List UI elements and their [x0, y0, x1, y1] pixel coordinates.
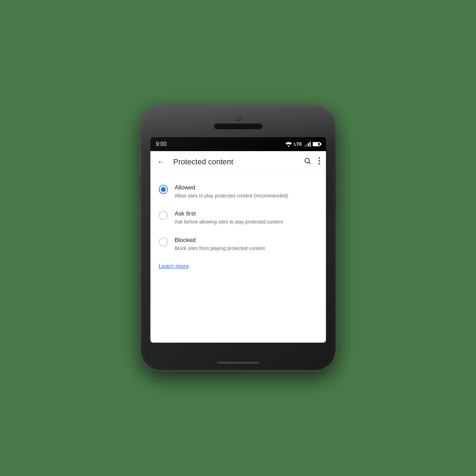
- radio-outer-ask-first: [159, 211, 168, 220]
- svg-point-5: [318, 163, 320, 164]
- option-text-blocked: Blocked Block sites from playing protect…: [175, 237, 318, 252]
- home-indicator: [217, 362, 259, 364]
- battery-fill: [313, 143, 318, 146]
- search-icon: [304, 157, 311, 165]
- page-title: Protected content: [173, 157, 304, 166]
- search-button[interactable]: [304, 157, 311, 166]
- learn-more-link[interactable]: Learn more: [150, 257, 326, 275]
- option-label-ask-first: Ask first: [175, 210, 318, 217]
- svg-point-4: [318, 160, 320, 162]
- option-text-allowed: Allowed Allow sites to play protected co…: [175, 184, 318, 200]
- radio-allowed: [159, 185, 168, 194]
- top-actions: [304, 157, 320, 167]
- radio-outer-allowed: [159, 185, 168, 194]
- wifi-icon: [286, 142, 292, 147]
- option-label-allowed: Allowed: [175, 184, 318, 191]
- option-text-ask-first: Ask first Ask before allowing sites to p…: [175, 210, 318, 226]
- svg-line-2: [309, 162, 311, 164]
- top-bar: ← Protected content: [150, 151, 326, 173]
- svg-point-0: [288, 145, 290, 146]
- signal-icon: [304, 142, 311, 147]
- radio-outer-blocked: [159, 237, 168, 247]
- option-blocked[interactable]: Blocked Block sites from playing protect…: [150, 231, 326, 258]
- phone-frame: 9:00 LTE: [141, 106, 336, 370]
- battery-icon: [313, 142, 320, 146]
- radio-ask-first: [159, 211, 168, 220]
- option-desc-blocked: Block sites from playing protected conte…: [175, 245, 318, 252]
- status-icons: LTE: [286, 141, 320, 147]
- volume-down-button: [336, 193, 337, 210]
- back-arrow-icon: ←: [157, 157, 165, 166]
- camera-area: [235, 116, 241, 122]
- phone-screen: 9:00 LTE: [150, 137, 326, 343]
- back-button[interactable]: ←: [156, 156, 166, 168]
- svg-point-1: [305, 158, 309, 163]
- svg-point-3: [318, 157, 320, 159]
- status-bar: 9:00 LTE: [150, 137, 326, 151]
- power-button: [336, 169, 337, 186]
- option-desc-allowed: Allow sites to play protected content (r…: [175, 193, 318, 200]
- front-camera-icon: [235, 116, 241, 122]
- option-ask-first[interactable]: Ask first Ask before allowing sites to p…: [150, 205, 326, 231]
- radio-inner-allowed: [161, 187, 166, 192]
- option-allowed[interactable]: Allowed Allow sites to play protected co…: [150, 179, 326, 205]
- more-options-button[interactable]: [318, 157, 320, 167]
- app-content: ← Protected content: [150, 151, 326, 343]
- volume-up-button: [139, 175, 141, 200]
- speaker-grille: [214, 123, 263, 130]
- options-list: Allowed Allow sites to play protected co…: [150, 173, 326, 281]
- lte-indicator: LTE: [294, 141, 302, 147]
- status-time: 9:00: [156, 141, 167, 147]
- more-vertical-icon: [318, 157, 320, 165]
- option-label-blocked: Blocked: [175, 237, 318, 244]
- radio-blocked: [159, 237, 168, 247]
- option-desc-ask-first: Ask before allowing sites to play protec…: [175, 219, 318, 226]
